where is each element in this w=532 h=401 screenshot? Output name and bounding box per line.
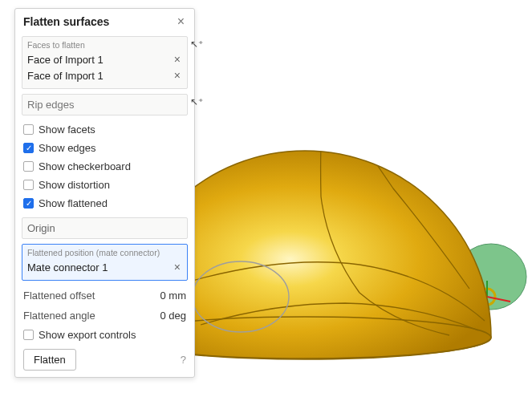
flatten-button[interactable]: Flatten	[23, 349, 76, 371]
show-facets-label: Show facets	[39, 124, 95, 136]
remove-face-icon[interactable]: ×	[173, 53, 182, 66]
origin-placeholder: Origin	[27, 222, 55, 234]
svg-point-6	[222, 82, 232, 87]
show-distortion-checkbox[interactable]	[23, 180, 34, 190]
rip-edges-placeholder: Rip edges	[27, 99, 75, 111]
remove-face-icon[interactable]: ×	[173, 69, 182, 82]
flattened-offset-value: 0 mm	[160, 290, 187, 302]
show-checkerboard-label: Show checkerboard	[39, 160, 131, 172]
flattened-angle-label: Flattened angle	[23, 310, 95, 322]
show-flattened-label: Show flattened	[39, 197, 108, 209]
faces-label: Faces to flatten	[27, 40, 182, 50]
show-edges-label: Show edges	[39, 142, 96, 154]
svg-point-12	[413, 166, 421, 172]
flattened-angle-value: 0 deg	[160, 310, 186, 322]
face-chip-label: Face of Import 1	[27, 54, 104, 66]
close-icon[interactable]: ×	[176, 15, 186, 28]
svg-point-8	[297, 102, 305, 107]
flattened-offset-label: Flattened offset	[23, 290, 95, 302]
show-distortion-label: Show distortion	[39, 179, 110, 191]
face-selection-item: Face of Import 1 ×	[27, 67, 182, 83]
help-icon[interactable]: ?	[181, 354, 186, 366]
flattened-angle-row[interactable]: Flattened angle 0 deg	[15, 306, 194, 326]
show-checkerboard-checkbox[interactable]	[23, 161, 34, 172]
flattened-position-field[interactable]: Flattened position (mate connector) Mate…	[22, 244, 188, 281]
show-flattened-checkbox[interactable]: ✓	[23, 198, 34, 209]
svg-point-11	[398, 111, 405, 116]
remove-mate-connector-icon[interactable]: ×	[173, 261, 182, 273]
face-chip-label: Face of Import 1	[27, 70, 104, 82]
show-export-controls-label: Show export controls	[39, 329, 136, 341]
show-facets-checkbox[interactable]	[23, 124, 34, 135]
origin-field[interactable]: Origin	[22, 217, 188, 239]
panel-title: Flatten surfaces	[23, 15, 109, 28]
svg-point-9	[318, 67, 325, 71]
face-selection-item: Face of Import 1 ×	[27, 51, 182, 67]
rip-edges-field[interactable]: ↖⁺ Rip edges	[22, 94, 188, 115]
show-edges-checkbox[interactable]: ✓	[23, 143, 34, 153]
svg-point-10	[352, 131, 360, 136]
faces-to-flatten-field[interactable]: ↖⁺ Faces to flatten Face of Import 1 × F…	[22, 36, 188, 89]
mate-connector-chip-label: Mate connector 1	[27, 261, 108, 273]
flattened-position-label: Flattened position (mate connector)	[27, 248, 182, 257]
flatten-surfaces-panel: Flatten surfaces × ↖⁺ Faces to flatten F…	[14, 8, 195, 378]
show-export-controls-checkbox[interactable]	[23, 330, 34, 340]
flattened-offset-row[interactable]: Flattened offset 0 mm	[15, 286, 194, 306]
svg-point-7	[225, 83, 229, 86]
